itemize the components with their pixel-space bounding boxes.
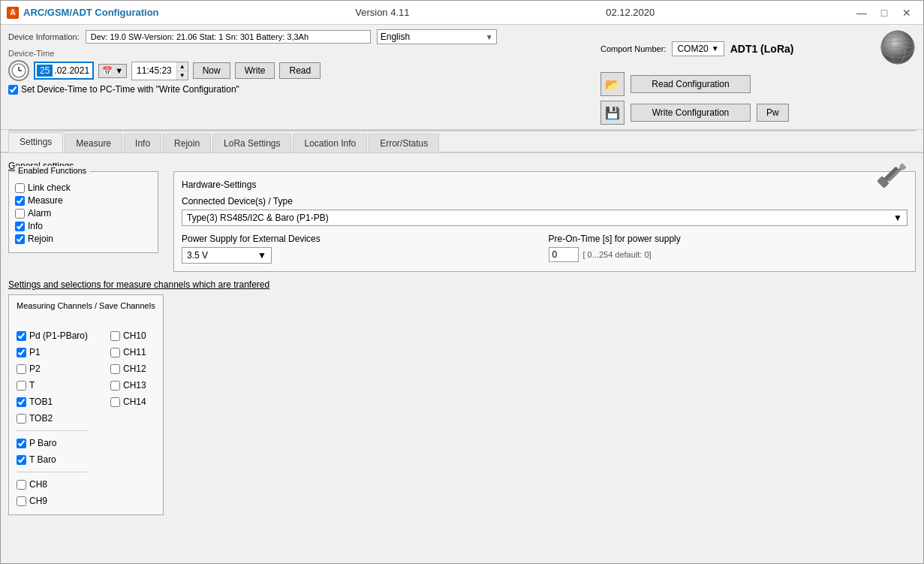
pre-on-hint: [ 0...254 default: 0]: [583, 250, 652, 259]
write-configuration-button[interactable]: Write Configuration: [631, 104, 751, 122]
info-checkbox[interactable]: [15, 222, 25, 231]
pd-p1-pbaro-label: Pd (P1-PBaro): [29, 330, 88, 341]
link-check-checkbox[interactable]: [15, 183, 25, 193]
time-up-button[interactable]: ▲: [177, 62, 188, 71]
device-time-row: Device-Time: [8, 49, 593, 58]
channels-col2: CH10 CH11 CH12 CH13: [110, 328, 146, 508]
tob2-checkbox[interactable]: [17, 414, 26, 424]
language-dropdown[interactable]: English ▼: [377, 29, 497, 44]
channel-p2: P2: [17, 363, 88, 374]
channel-ch12: CH12: [110, 363, 146, 374]
channel-ch13: CH13: [110, 380, 146, 391]
enabled-functions-title: Enabled Functions: [15, 166, 89, 175]
ch14-checkbox[interactable]: [110, 397, 120, 407]
write-config-row: 💾 Write Configuration Pw: [600, 101, 789, 125]
time-down-button[interactable]: ▼: [177, 71, 188, 80]
channel-tob2: TOB2: [17, 413, 88, 424]
channel-separator-2: [17, 472, 88, 472]
comport-value: COM20: [677, 44, 708, 54]
alarm-checkbox[interactable]: [15, 209, 25, 219]
p-baro-label: P Baro: [29, 438, 56, 448]
ch12-checkbox[interactable]: [110, 364, 120, 374]
main-window: A ARC/GSM/ADT Configuration Version 4.11…: [0, 0, 924, 564]
t-label: T: [29, 380, 35, 391]
ch11-checkbox[interactable]: [110, 348, 120, 357]
open-folder-button[interactable]: 📂: [600, 72, 625, 96]
tab-settings[interactable]: Settings: [8, 132, 63, 152]
read-configuration-button[interactable]: Read Configuration: [631, 75, 751, 93]
minimize-button[interactable]: —: [851, 5, 872, 21]
channel-separator-1: [17, 430, 88, 431]
tab-location-info[interactable]: Location Info: [293, 134, 367, 152]
ch9-checkbox[interactable]: [17, 496, 26, 506]
device-time-controls: 25.02.2021 📅 ▼ 11:45:23 ▲ ▼ Now Write: [8, 60, 593, 81]
tab-lora-settings[interactable]: LoRa Settings: [212, 134, 291, 152]
comport-dropdown[interactable]: COM20 ▼: [672, 41, 724, 56]
device-type-value: Type(3) RS485/I2C & Baro (P1-PB): [187, 213, 329, 223]
measure-section: Settings and selections for measure chan…: [8, 279, 916, 515]
tab-error-status[interactable]: Error/Status: [369, 134, 439, 152]
channel-ch10: CH10: [110, 330, 146, 341]
ch13-checkbox[interactable]: [110, 381, 120, 391]
measure-checkbox[interactable]: [15, 196, 25, 206]
pd-p1-pbaro-checkbox[interactable]: [17, 331, 26, 341]
maximize-button[interactable]: □: [874, 5, 895, 21]
tab-rejoin[interactable]: Rejoin: [163, 134, 211, 152]
ch8-checkbox[interactable]: [17, 480, 26, 490]
channel-t-baro: T Baro: [17, 454, 88, 465]
pre-on-input[interactable]: [549, 247, 579, 262]
channels-columns: Pd (P1-PBaro) P1 P2 T: [17, 328, 155, 508]
set-device-time-checkbox[interactable]: [8, 85, 18, 95]
power-supply-label: Power Supply for External Devices: [182, 234, 541, 244]
hardware-settings-section: Hardware-Settings Connected Device(s) / …: [173, 171, 916, 272]
title-bar-left: A ARC/GSM/ADT Configuration: [7, 7, 159, 19]
power-supply-left: Power Supply for External Devices 3.5 V …: [182, 234, 541, 264]
tab-info[interactable]: Info: [124, 134, 161, 152]
ch14-label: CH14: [123, 397, 146, 407]
rejoin-label: Rejoin: [28, 234, 53, 244]
tob2-label: TOB2: [29, 413, 53, 424]
ch8-label: CH8: [29, 479, 47, 490]
rejoin-checkbox[interactable]: [15, 234, 25, 244]
save-button[interactable]: 💾: [600, 101, 625, 125]
channel-ch8: CH8: [17, 479, 88, 490]
calendar-button[interactable]: 📅 ▼: [98, 64, 127, 78]
t-baro-checkbox[interactable]: [17, 455, 26, 465]
time-value: 11:45:23: [132, 64, 176, 77]
p2-checkbox[interactable]: [17, 364, 26, 374]
date-field[interactable]: 25.02.2021: [34, 62, 94, 80]
checkbox-alarm: Alarm: [15, 208, 152, 219]
date-label: 02.12.2020: [606, 7, 655, 18]
device-type-dropdown[interactable]: Type(3) RS485/I2C & Baro (P1-PB) ▼: [182, 210, 907, 226]
date-rest: .02.2021: [53, 65, 91, 77]
tab-measure[interactable]: Measure: [65, 134, 122, 152]
power-supply-dropdown[interactable]: 3.5 V ▼: [182, 247, 272, 264]
power-supply-value: 3.5 V: [187, 250, 208, 261]
channels-group-title: Measuring Channels / Save Channels: [17, 301, 155, 310]
ch13-label: CH13: [123, 380, 146, 391]
now-button[interactable]: Now: [193, 62, 230, 79]
p-baro-checkbox[interactable]: [17, 439, 26, 448]
channel-ch14: CH14: [110, 397, 146, 407]
checkbox-rejoin: Rejoin: [15, 234, 152, 244]
time-field[interactable]: 11:45:23 ▲ ▼: [131, 62, 188, 80]
enabled-functions-list: Link check Measure Alarm Info: [15, 182, 152, 244]
p1-checkbox[interactable]: [17, 348, 26, 357]
close-button[interactable]: ✕: [896, 5, 917, 21]
connected-devices-label: Connected Device(s) / Type: [182, 196, 907, 207]
title-bar: A ARC/GSM/ADT Configuration Version 4.11…: [1, 1, 923, 25]
channel-pd-p1-pbaro: Pd (P1-PBaro): [17, 330, 88, 341]
alarm-label: Alarm: [28, 208, 51, 219]
read-time-button[interactable]: Read: [279, 62, 321, 79]
date-day-selected: 25: [37, 65, 53, 77]
ch10-checkbox[interactable]: [110, 331, 120, 341]
write-time-button[interactable]: Write: [235, 62, 275, 79]
channel-ch9: CH9: [17, 496, 88, 506]
pw-button[interactable]: Pw: [757, 104, 789, 122]
comport-arrow: ▼: [712, 44, 719, 53]
measure-section-title: Settings and selections for measure chan…: [8, 279, 916, 290]
t-checkbox[interactable]: [17, 381, 26, 391]
enabled-functions-group: Enabled Functions Link check Measure: [8, 171, 158, 253]
time-spinner[interactable]: ▲ ▼: [176, 62, 188, 80]
tob1-checkbox[interactable]: [17, 397, 26, 407]
